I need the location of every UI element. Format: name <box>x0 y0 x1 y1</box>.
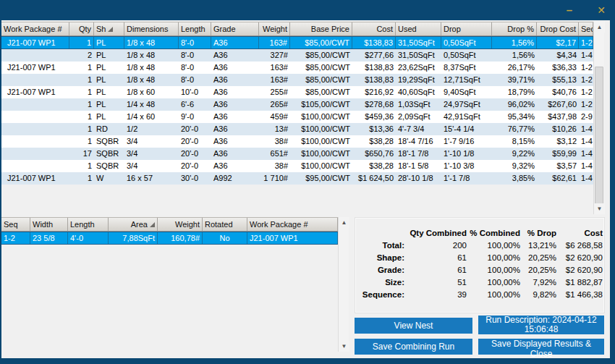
summary-value: 200 <box>404 240 467 252</box>
column-header[interactable]: Drop Cost <box>537 22 579 35</box>
column-header[interactable]: Dimensions <box>124 22 179 35</box>
scroll-down-icon[interactable]: ▼ <box>339 341 349 352</box>
save-displayed-results-button[interactable]: Save Displayed Results & Close <box>478 339 604 355</box>
column-header[interactable]: Weight <box>158 218 203 231</box>
column-header[interactable]: Used <box>396 22 441 35</box>
table-cell: 1/2 <box>124 123 179 135</box>
column-header[interactable]: Length <box>68 218 109 231</box>
table-cell: A36 <box>211 111 259 123</box>
column-header-label: Work Package # <box>250 218 308 231</box>
table-cell: 1/4 x 48 <box>124 98 179 111</box>
summary-value: 100,00% <box>467 264 520 276</box>
close-icon[interactable]: ✕ <box>590 0 612 20</box>
table-cell: 1'-1 7/8 <box>441 172 492 185</box>
table-cell: 6'-6 <box>179 98 211 111</box>
run-description-button[interactable]: Run Description: 2024-04-12 15:06:48 <box>478 316 604 334</box>
column-header[interactable]: Drop <box>441 22 492 35</box>
summary-column-header: Qty Combined <box>404 227 467 240</box>
column-header[interactable]: Seq <box>1 218 30 231</box>
scroll-up-icon[interactable]: ▲ <box>339 217 349 228</box>
column-header-label: Rotated <box>205 218 233 231</box>
table-cell: 1,03SqFt <box>396 98 441 111</box>
table-row[interactable]: 1PL1/4 x 486'-6A36265#$105,00/CWT$278,68… <box>1 98 593 111</box>
column-header[interactable]: Area <box>109 218 158 231</box>
table-row[interactable]: 1PL1/4 x 609'-0A36459#$100,00/CWT$459,36… <box>1 111 593 123</box>
table-cell: 1-2 <box>579 62 593 74</box>
summary-value: 100,00% <box>467 276 520 289</box>
table-row[interactable]: 1SQBR3/420'-0A3638#$100,00/CWT$38,2818'-… <box>1 160 593 172</box>
table-cell: 3/4 <box>124 135 179 148</box>
table-cell: PL <box>94 49 124 62</box>
column-header[interactable]: Width <box>30 218 68 231</box>
table-cell: A36 <box>211 160 259 172</box>
table-cell: PL <box>94 62 124 74</box>
table-cell: 31,50SqFt <box>396 37 441 48</box>
column-header[interactable]: Rotated <box>203 218 247 231</box>
table-row[interactable]: J21-007 WP11PL1/8 x 488'-0A36163#$85,00/… <box>1 36 593 49</box>
save-combining-run-button[interactable]: Save Combining Run <box>355 339 472 355</box>
table-cell: 1 <box>69 86 94 98</box>
minimize-icon[interactable]: – <box>559 0 580 20</box>
table-cell: 1 <box>69 135 94 148</box>
scroll-up-icon[interactable]: ▲ <box>594 22 605 33</box>
table-cell: 1/8 x 48 <box>124 74 179 86</box>
table-row[interactable]: 1PL1/8 x 488'-0A36163#$85,00/CWT$138,831… <box>1 74 593 86</box>
table-cell: 1,56% <box>492 49 537 62</box>
table-cell: $62,61 <box>537 172 579 185</box>
column-header[interactable]: Qty <box>69 22 94 35</box>
column-header[interactable]: Length <box>179 22 211 35</box>
column-header-label: Base Price <box>311 22 349 35</box>
titlebar[interactable]: – ✕ <box>0 0 615 20</box>
table-cell: 18'-1 7/8 <box>396 148 441 160</box>
table-cell: A36 <box>211 148 259 160</box>
column-header[interactable]: Work Package # <box>247 218 338 231</box>
table-cell: 31,50SqFt <box>396 49 441 62</box>
table-cell: $100,00/CWT <box>290 160 352 172</box>
column-header[interactable]: Cost <box>352 22 396 35</box>
column-header-label: Work Package # <box>4 22 62 35</box>
table-row[interactable]: J21-007 WP11PL1/8 x 6010'-0A36255#$85,00… <box>1 86 593 98</box>
bottom-table-scrollbar[interactable]: ▲ ▼ <box>338 217 349 352</box>
summary-column-header: Cost <box>556 227 603 240</box>
table-cell: 9'-0 <box>179 111 211 123</box>
table-cell: 24,97SqFt <box>441 98 492 111</box>
column-header-label: Weight <box>263 22 287 35</box>
table-row[interactable]: 1SQBR3/420'-0A3638#$100,00/CWT$38,2818'-… <box>1 135 593 148</box>
table-cell: $3,57 <box>537 160 579 172</box>
table-cell: $85,00/CWT <box>290 49 352 62</box>
summary-value: $2 620,90 <box>556 264 603 276</box>
table-cell: A36 <box>211 135 259 148</box>
column-header-label: Dimensions <box>127 22 168 35</box>
top-table-scrollbar[interactable]: ▲ ▼ <box>593 22 604 214</box>
view-nest-button[interactable]: View Nest <box>355 318 472 334</box>
column-header[interactable]: Seq <box>579 22 593 35</box>
table-row[interactable]: 17SQBR3/420'-0A36651#$100,00/CWT$650,761… <box>1 148 593 160</box>
table-row[interactable]: J21-007 WP11PL1/8 x 488'-0A36163#$85,00/… <box>1 62 593 74</box>
table-row[interactable]: 1RD1/220'-0A3613#$100,00/CWT$13,364'-7 3… <box>1 123 593 135</box>
table-cell: $85,00/CWT <box>290 37 352 48</box>
table-row[interactable]: 1-223 5/84'-07,88SqFt160,78#NoJ21-007 WP… <box>1 232 338 245</box>
table-row[interactable]: J21-007 WP11W16 x 5730'-0A9921 710#$95,0… <box>1 172 593 185</box>
column-header[interactable]: Base Price <box>290 22 352 35</box>
table-cell: 20'-0 <box>179 160 211 172</box>
summary-value: 20,25% <box>520 264 556 276</box>
table-cell: 1/8 x 48 <box>124 49 179 62</box>
scrollbar-thumb[interactable] <box>595 67 603 211</box>
table-cell: J21-007 WP1 <box>1 172 69 185</box>
column-header-label: Seq <box>581 22 593 35</box>
column-header[interactable]: Sh <box>94 22 124 35</box>
table-cell: 1 <box>69 160 94 172</box>
column-header[interactable]: Weight <box>259 22 290 35</box>
column-header[interactable]: Work Package # <box>1 22 69 35</box>
summary-value: 51 <box>404 276 467 289</box>
column-header[interactable]: Drop % <box>492 22 537 35</box>
table-cell <box>1 49 69 62</box>
table-cell: 42,91SqFt <box>441 111 492 123</box>
summary-value: 61 <box>404 264 467 276</box>
column-header-label: Drop % <box>507 22 534 35</box>
scroll-down-icon[interactable]: ▼ <box>594 203 605 214</box>
table-row[interactable]: 2PL1/8 x 488'-0A36327#$85,00/CWT$277,663… <box>1 49 593 62</box>
column-header[interactable]: Grade <box>211 22 259 35</box>
column-header-label: Drop Cost <box>540 22 576 35</box>
combining-results-window: – ✕ Work Package #QtyShDimensionsLengthG… <box>0 0 615 364</box>
